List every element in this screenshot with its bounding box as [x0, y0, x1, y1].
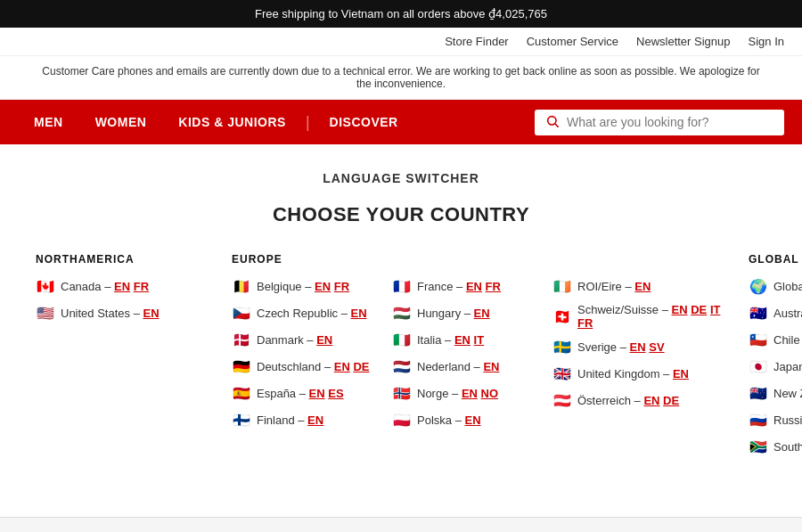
es-en[interactable]: EN: [309, 387, 325, 400]
newsletter-signup-link[interactable]: Newsletter Signup: [636, 35, 731, 48]
europe3-heading: [552, 253, 731, 266]
svg-line-1: [555, 124, 559, 127]
roi-en[interactable]: EN: [634, 280, 651, 293]
global-heading: GLOBAL: [749, 253, 802, 266]
flag-ru: 🇷🇺: [749, 410, 768, 430]
es-text: España – EN ES: [257, 387, 344, 400]
cz-text: Czech Republic – EN: [257, 307, 367, 320]
main-nav: MEN WOMEN KIDS & JUNIORS | DISCOVER: [0, 100, 802, 144]
error-text: Customer Care phones and emails are curr…: [42, 65, 759, 90]
za-text: South Africa – EN: [773, 440, 802, 454]
flag-es: 🇪🇸: [232, 383, 251, 403]
europe-heading: EUROPE: [232, 253, 374, 266]
flag-canada: 🇨🇦: [36, 276, 55, 296]
flag-cz: 🇨🇿: [232, 303, 251, 323]
cl-text: Chile – ES: [773, 333, 802, 347]
fr-fr[interactable]: FR: [486, 280, 501, 293]
ru-text: Russia – RU: [773, 413, 802, 427]
language-switcher-container: LANGUAGE SWITCHER CHOOSE YOUR COUNTRY NO…: [0, 144, 802, 517]
uk-en[interactable]: EN: [673, 367, 689, 381]
nav-women[interactable]: WOMEN: [79, 100, 163, 144]
flag-jp: 🇯🇵: [749, 356, 768, 376]
europe2-heading: [392, 253, 535, 266]
us-en[interactable]: EN: [143, 307, 160, 320]
list-item: 🇸🇪 Sverige – EN SV: [552, 337, 731, 356]
uk-text: United Kingdom – EN: [577, 367, 689, 381]
list-item: 🇺🇸 United States – EN: [36, 303, 196, 323]
at-text: Österreich – EN DE: [577, 394, 679, 407]
se-sv[interactable]: SV: [649, 340, 664, 354]
ch-de[interactable]: DE: [691, 303, 707, 316]
cz-en[interactable]: EN: [351, 307, 367, 320]
at-de[interactable]: DE: [663, 394, 679, 407]
nl-en[interactable]: EN: [483, 360, 499, 373]
list-item: 🇫🇮 Finland – EN: [232, 410, 374, 430]
fi-en[interactable]: EN: [307, 413, 323, 427]
store-finder-link[interactable]: Store Finder: [445, 35, 509, 48]
flag-de: 🇩🇪: [232, 356, 251, 376]
flag-cl: 🇨🇱: [749, 330, 768, 349]
list-item: 🇧🇪 Belgique – EN FR: [232, 276, 374, 296]
nav-discover[interactable]: DISCOVER: [314, 100, 414, 144]
de-de[interactable]: DE: [353, 360, 369, 373]
flag-it: 🇮🇹: [392, 330, 412, 349]
list-item: 🇭🇺 Hungary – EN: [392, 303, 535, 323]
ch-text: Schweiz/Suisse – EN DE IT FR: [577, 303, 731, 330]
global-text: Global – EN: [773, 280, 802, 293]
fr-en[interactable]: EN: [466, 280, 482, 293]
canada-fr[interactable]: FR: [134, 280, 149, 293]
ch-en[interactable]: EN: [672, 303, 688, 316]
roi-text: ROI/Eire – EN: [577, 280, 651, 293]
fr-text: France – EN FR: [417, 280, 501, 293]
nav-links: MEN WOMEN KIDS & JUNIORS | DISCOVER: [18, 100, 414, 144]
it-en[interactable]: EN: [454, 333, 471, 347]
search-icon: [545, 114, 560, 131]
flag-nz: 🇳🇿: [749, 383, 768, 403]
flag-global: 🌍: [749, 276, 768, 296]
nav-kids[interactable]: KIDS & JUNIORS: [162, 100, 302, 144]
list-item: 🇷🇺 Russia – RU: [749, 410, 802, 430]
region-global: GLOBAL 🌍 Global – EN 🇦🇺 Australia – EN 🇨…: [749, 253, 802, 463]
dk-en[interactable]: EN: [316, 333, 332, 347]
flag-fi: 🇫🇮: [232, 410, 251, 430]
hu-en[interactable]: EN: [474, 307, 490, 320]
list-item: 🇨🇱 Chile – ES: [749, 330, 802, 349]
nl-text: Nederland – EN: [417, 360, 500, 373]
list-item: 🇫🇷 France – EN FR: [392, 276, 535, 296]
no-en[interactable]: EN: [462, 387, 478, 400]
se-text: Sverige – EN SV: [577, 340, 665, 354]
se-en[interactable]: EN: [630, 340, 646, 354]
sign-in-link[interactable]: Sign In: [749, 35, 784, 48]
list-item: 🇨🇿 Czech Republic – EN: [232, 303, 374, 323]
search-input[interactable]: [567, 115, 773, 129]
be-fr[interactable]: FR: [334, 280, 349, 293]
de-text: Deutschland – EN DE: [257, 360, 369, 373]
es-es[interactable]: ES: [328, 387, 343, 400]
canada-en[interactable]: EN: [114, 280, 130, 293]
nav-men[interactable]: MEN: [18, 100, 79, 144]
list-item: 🇿🇦 South Africa – EN: [749, 437, 802, 456]
at-en[interactable]: EN: [643, 394, 659, 407]
pl-text: Polska – EN: [417, 413, 481, 427]
be-en[interactable]: EN: [315, 280, 331, 293]
ch-it[interactable]: IT: [710, 303, 721, 316]
flag-za: 🇿🇦: [749, 437, 768, 456]
choose-country-title: CHOOSE YOUR COUNTRY: [36, 203, 766, 226]
list-item: 🇬🇧 United Kingdom – EN: [552, 364, 731, 383]
hu-text: Hungary – EN: [417, 307, 490, 320]
list-item: 🇳🇴 Norge – EN NO: [392, 383, 535, 403]
list-item: 🇮🇪 ROI/Eire – EN: [552, 276, 731, 296]
flag-be: 🇧🇪: [232, 276, 251, 296]
region-northamerica: NORTHAMERICA 🇨🇦 Canada – EN FR 🇺🇸 United…: [36, 253, 196, 463]
region-europe2: 🇫🇷 France – EN FR 🇭🇺 Hungary – EN 🇮🇹 Ita…: [392, 253, 535, 463]
list-item: 🇳🇿 New Zealand – EN: [749, 383, 802, 403]
it-it[interactable]: IT: [474, 333, 485, 347]
de-en[interactable]: EN: [334, 360, 350, 373]
announcement-text: Free shipping to Vietnam on all orders a…: [255, 7, 547, 20]
customer-service-link[interactable]: Customer Service: [527, 35, 618, 48]
au-text: Australia – EN: [773, 307, 802, 320]
pl-en[interactable]: EN: [464, 413, 480, 427]
list-item: 🇩🇪 Deutschland – EN DE: [232, 356, 374, 376]
no-no[interactable]: NO: [481, 387, 499, 400]
ch-fr[interactable]: FR: [577, 316, 593, 330]
